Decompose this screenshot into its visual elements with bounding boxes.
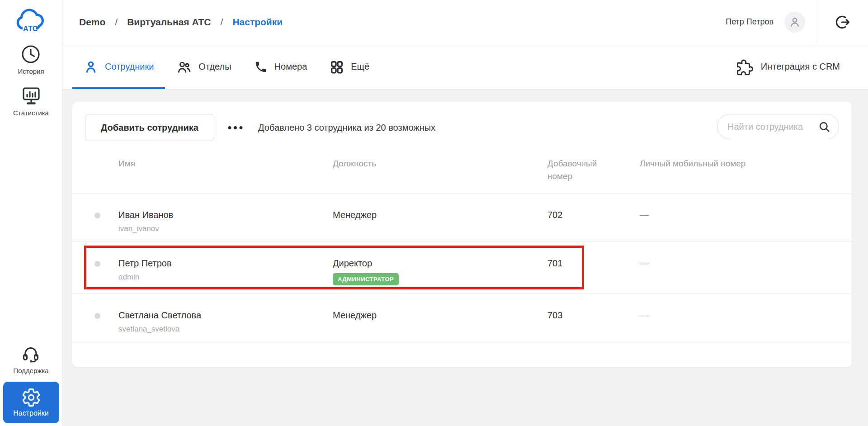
crm-link-label: Интеграция с CRM xyxy=(761,62,840,72)
headset-icon xyxy=(20,343,42,364)
breadcrumb-separator: / xyxy=(221,17,223,28)
sidebar-bottom: Поддержка Настройки xyxy=(0,343,62,426)
employee-search-box xyxy=(717,114,839,139)
employee-name: Петр Петров xyxy=(118,258,333,269)
table-row[interactable]: Светлана Светлова svetlana_svetlova Мене… xyxy=(72,294,852,342)
employee-role: Менеджер xyxy=(333,310,547,321)
column-header-name: Имя xyxy=(118,157,333,193)
employee-login: ivan_ivanov xyxy=(118,224,333,233)
grid-icon xyxy=(330,60,344,74)
status-dot xyxy=(94,213,100,218)
breadcrumb-item-settings[interactable]: Настройки xyxy=(232,17,283,28)
employee-role: Директор xyxy=(333,258,547,269)
employees-count-info: Добавлено 3 сотрудника из 20 возможных xyxy=(258,123,435,133)
status-dot xyxy=(94,313,100,319)
search-input[interactable] xyxy=(727,122,818,132)
card-toolbar: Добавить сотрудника ••• Добавлено 3 сотр… xyxy=(72,102,852,141)
sidebar-item-label: Статистика xyxy=(13,109,49,117)
main-area: Добавить сотрудника ••• Добавлено 3 сотр… xyxy=(62,90,868,426)
add-employee-button[interactable]: Добавить сотрудника xyxy=(85,114,214,141)
settings-tabbar: Сотрудники Отделы Номера xyxy=(62,44,868,90)
person-icon xyxy=(84,60,98,74)
tab-label: Отделы xyxy=(198,62,231,72)
tab-numbers[interactable]: Номера xyxy=(243,44,319,89)
logo-text: АТС xyxy=(23,24,38,33)
puzzle-icon xyxy=(735,58,753,76)
current-user-name: Петр Петров xyxy=(726,17,774,27)
employee-extension: 703 xyxy=(547,310,640,321)
table-row[interactable]: Иван Иванов ivan_ivanov Менеджер 702 — xyxy=(72,194,852,242)
tab-label: Номера xyxy=(274,62,307,72)
tab-label: Ещё xyxy=(351,62,369,72)
more-actions-button[interactable]: ••• xyxy=(228,114,245,141)
table-header: Имя Должность Добавочный номер Личный мо… xyxy=(72,141,852,194)
atc-cloud-logo[interactable]: АТС xyxy=(14,5,49,33)
logout-icon xyxy=(834,14,851,31)
sidebar-item-label: Настройки xyxy=(13,409,48,417)
tab-departments[interactable]: Отделы xyxy=(165,44,242,89)
employee-mobile: — xyxy=(640,310,839,321)
breadcrumb: Demo / Виртуальная АТС / Настройки xyxy=(79,17,283,28)
employee-mobile: — xyxy=(640,210,839,220)
table-row-highlighted[interactable]: Петр Петров admin Директор АДМИНИСТРАТОР… xyxy=(72,242,852,294)
tab-more[interactable]: Ещё xyxy=(318,44,381,89)
employee-name: Иван Иванов xyxy=(118,210,333,220)
employee-extension: 702 xyxy=(547,210,640,220)
status-dot xyxy=(94,261,100,267)
statistics-monitor-icon xyxy=(20,85,42,107)
sidebar-item-label: Поддержка xyxy=(13,367,48,374)
employee-login: svetlana_svetlova xyxy=(118,325,333,334)
breadcrumb-separator: / xyxy=(115,17,118,28)
employee-name: Светлана Светлова xyxy=(118,310,333,321)
column-header-extension: Добавочный номер xyxy=(547,157,606,182)
breadcrumb-item-demo[interactable]: Demo xyxy=(79,17,105,28)
sidebar-item-label: История xyxy=(18,67,44,75)
column-header-mobile: Личный мобильный номер xyxy=(640,157,839,193)
employee-mobile: — xyxy=(640,258,839,269)
sidebar-item-settings-active[interactable]: Настройки xyxy=(3,382,59,423)
sidebar-item-statistics[interactable]: Статистика xyxy=(13,85,49,117)
employee-extension: 701 xyxy=(547,258,640,269)
employee-role: Менеджер xyxy=(333,210,547,220)
employee-login: admin xyxy=(118,273,333,282)
gear-icon xyxy=(21,388,41,407)
tab-employees[interactable]: Сотрудники xyxy=(72,44,165,89)
tab-label: Сотрудники xyxy=(105,62,154,72)
topbar-right: Петр Петров xyxy=(726,0,868,44)
clock-icon xyxy=(20,43,42,65)
people-icon xyxy=(176,60,192,74)
sidebar-item-history[interactable]: История xyxy=(18,43,44,75)
phone-icon xyxy=(254,60,268,74)
user-avatar[interactable] xyxy=(784,12,805,33)
breadcrumb-item-vats[interactable]: Виртуальная АТС xyxy=(127,17,211,28)
column-header-role: Должность xyxy=(333,157,547,193)
administrator-badge: АДМИНИСТРАТОР xyxy=(333,273,399,285)
search-icon[interactable] xyxy=(818,121,830,133)
crm-integration-link[interactable]: Интеграция с CRM xyxy=(735,44,868,89)
employees-card: Добавить сотрудника ••• Добавлено 3 сотр… xyxy=(72,102,852,367)
logout-button[interactable] xyxy=(817,0,868,44)
sidebar-item-support[interactable]: Поддержка xyxy=(13,343,48,374)
sidebar: АТС История Статистика xyxy=(0,0,62,426)
topbar: Demo / Виртуальная АТС / Настройки Петр … xyxy=(62,0,868,44)
